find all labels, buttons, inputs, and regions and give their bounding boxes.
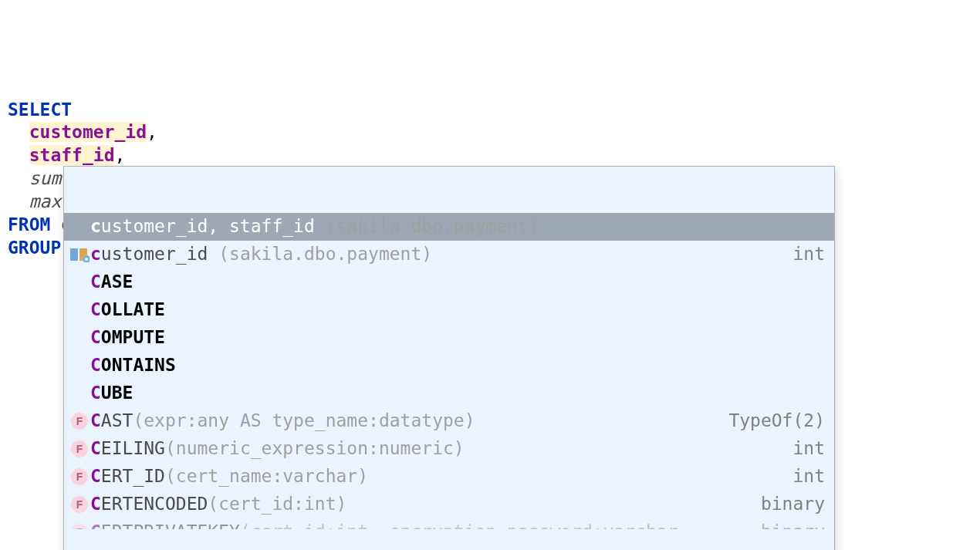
autocomplete-label: CAST(expr:any AS type_name:datatype) xyxy=(90,410,721,427)
svg-point-3 xyxy=(85,258,88,261)
autocomplete-item[interactable]: customer_id, staff_id (sakila.dbo.paymen… xyxy=(64,213,834,241)
function-max: max xyxy=(29,191,62,211)
autocomplete-type: int xyxy=(785,243,825,266)
function-icon: F xyxy=(69,413,90,427)
autocomplete-label: COLLATE xyxy=(90,299,817,322)
autocomplete-item[interactable]: COMPUTE xyxy=(64,324,834,352)
autocomplete-type: TypeOf(2) xyxy=(721,410,825,427)
function-sum: sum xyxy=(29,168,62,188)
autocomplete-item[interactable]: customer_id (sakila.dbo.payment)int xyxy=(64,241,834,268)
keyword-select: SELECT xyxy=(8,100,72,120)
autocomplete-item[interactable]: CUBE xyxy=(64,380,834,407)
autocomplete-label: CONTAINS xyxy=(90,354,817,377)
autocomplete-item[interactable]: CASE xyxy=(64,268,834,296)
autocomplete-label: customer_id (sakila.dbo.payment) xyxy=(90,243,785,266)
keyword-from: FROM xyxy=(8,214,50,235)
autocomplete-label: COMPUTE xyxy=(90,326,817,349)
column-staff-id: staff_id xyxy=(29,145,115,165)
autocomplete-label: CUBE xyxy=(90,382,817,405)
autocomplete-label: customer_id, staff_id (sakila.dbo.paymen… xyxy=(90,215,817,238)
autocomplete-item[interactable]: FCAST(expr:any AS type_name:datatype)Typ… xyxy=(64,407,834,427)
column-icon xyxy=(69,247,90,262)
autocomplete-list[interactable]: customer_id, staff_id (sakila.dbo.paymen… xyxy=(64,213,834,427)
autocomplete-item[interactable]: CONTAINS xyxy=(64,352,834,380)
column-customer-id: customer_id xyxy=(29,122,147,142)
autocomplete-item[interactable]: COLLATE xyxy=(64,296,834,324)
autocomplete-popup: customer_id, staff_id (sakila.dbo.paymen… xyxy=(63,166,835,427)
svg-rect-0 xyxy=(70,248,78,261)
autocomplete-label: CASE xyxy=(90,271,817,294)
